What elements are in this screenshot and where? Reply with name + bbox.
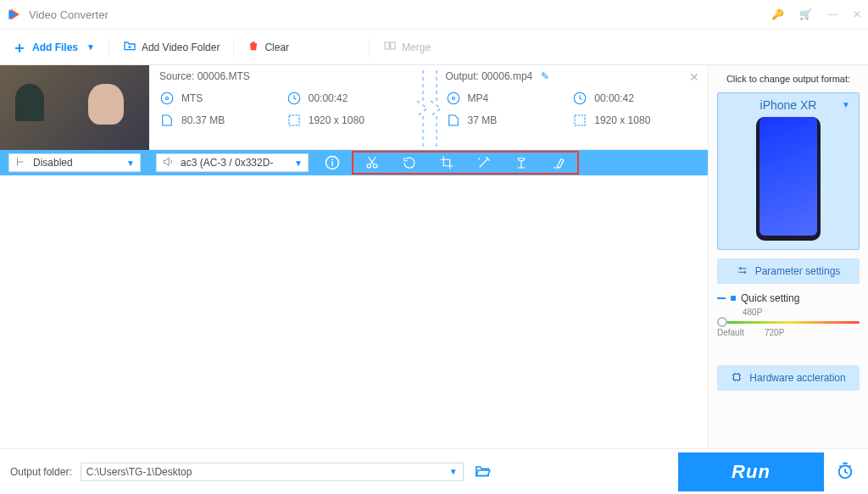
cut-button[interactable] <box>353 153 391 173</box>
svg-rect-5 <box>289 115 299 125</box>
add-files-button[interactable]: ＋ Add Files ▼ <box>0 30 107 64</box>
plus-icon: ＋ <box>12 37 27 58</box>
remove-file-button[interactable]: ✕ <box>689 70 699 84</box>
quick-setting-label: Quick setting <box>741 292 799 304</box>
output-folder-value: C:\Users\TG-1\Desktop <box>86 466 192 478</box>
sliders-icon <box>737 264 748 279</box>
add-video-folder-button[interactable]: Add Video Folder <box>111 30 232 64</box>
rotate-button[interactable] <box>391 153 428 173</box>
file-list-area: ✕ Source: 00006.MTS MTS 00:00:42 80.37 M… <box>0 65 709 448</box>
audio-track-dropdown[interactable]: ac3 (AC-3 / 0x332D- ▼ <box>156 153 309 172</box>
subtitle-dropdown[interactable]: Disabled ▼ <box>8 153 141 172</box>
file-icon <box>446 113 461 128</box>
svg-point-3 <box>166 97 169 100</box>
src-dimensions: 1920 x 1080 <box>309 114 364 126</box>
convert-arrow <box>414 70 446 146</box>
edit-tools-group <box>352 151 579 175</box>
out-duration: 00:00:42 <box>594 92 634 104</box>
hardware-acceleration-button[interactable]: Hardware accleration <box>717 365 860 391</box>
folder-plus-icon <box>123 39 136 55</box>
svg-rect-0 <box>385 42 389 49</box>
svg-rect-1 <box>391 42 395 49</box>
audio-value: ac3 (AC-3 / 0x332D- <box>181 157 273 169</box>
run-label: Run <box>732 461 771 483</box>
output-folder-dropdown[interactable]: C:\Users\TG-1\Desktop ▼ <box>81 463 464 481</box>
slider-knob[interactable] <box>717 317 727 327</box>
hw-accel-label: Hardware accleration <box>749 372 845 384</box>
main-toolbar: ＋ Add Files ▼ Add Video Folder Clear Mer… <box>0 30 868 65</box>
edit-output-name-button[interactable]: ✎ <box>541 70 549 82</box>
slider-tick-720p: 720P <box>765 328 784 337</box>
file-icon <box>159 113 175 128</box>
phone-preview-icon <box>756 117 821 241</box>
clear-label: Clear <box>264 42 289 53</box>
chip-icon <box>731 371 743 386</box>
chevron-down-icon: ▼ <box>294 158 303 168</box>
quick-setting-group: Quick setting 480P Default 720P <box>717 292 860 340</box>
svg-rect-19 <box>734 374 740 380</box>
effects-button[interactable] <box>465 153 503 173</box>
chevron-down-icon: ▼ <box>126 158 135 168</box>
app-logo-icon <box>7 7 22 22</box>
merge-label: Merge <box>402 42 431 53</box>
out-size: 37 MB <box>468 114 498 126</box>
crop-button[interactable] <box>428 153 465 173</box>
output-header: Output: 00006.mp4 <box>446 70 533 82</box>
chevron-down-icon: ▼ <box>842 100 850 109</box>
subtitle-value: Disabled <box>33 157 73 169</box>
watermark-button[interactable] <box>503 153 540 173</box>
src-format: MTS <box>181 92 203 104</box>
out-dimensions: 1920 x 1080 <box>594 114 650 126</box>
minimize-button[interactable]: ― <box>827 8 837 20</box>
dimensions-icon <box>287 113 302 128</box>
open-output-folder-button[interactable] <box>474 463 491 480</box>
footer: Output folder: C:\Users\TG-1\Desktop ▼ R… <box>0 448 868 494</box>
window-title: Video Converter <box>29 8 771 21</box>
subtitle-icon <box>14 156 26 170</box>
merge-button[interactable]: Merge <box>371 30 442 64</box>
source-header: Source: 00006.MTS <box>159 70 414 82</box>
slider-tick-default: Default <box>717 328 744 337</box>
output-panel: Click to change output format: iPhone XR… <box>709 65 868 448</box>
video-thumbnail[interactable] <box>0 65 149 150</box>
out-format: MP4 <box>468 92 489 104</box>
file-row[interactable]: ✕ Source: 00006.MTS MTS 00:00:42 80.37 M… <box>0 65 708 150</box>
run-button[interactable]: Run <box>678 452 824 491</box>
change-format-label: Click to change output format: <box>717 74 860 84</box>
close-window-button[interactable]: ✕ <box>853 8 861 20</box>
add-folder-label: Add Video Folder <box>142 42 220 53</box>
disc-icon <box>159 91 175 106</box>
clock-icon <box>572 91 587 106</box>
add-files-label: Add Files <box>32 42 78 53</box>
slider-tick-480p: 480P <box>743 308 762 317</box>
src-duration: 00:00:42 <box>309 92 348 104</box>
svg-rect-16 <box>331 159 333 161</box>
speaker-icon <box>162 156 174 170</box>
output-format-selector[interactable]: iPhone XR▼ <box>717 92 860 250</box>
svg-point-11 <box>452 97 454 100</box>
scheduler-button[interactable] <box>832 461 858 482</box>
svg-rect-15 <box>331 162 333 166</box>
parameter-settings-button[interactable]: Parameter settings <box>717 258 860 284</box>
titlebar: Video Converter 🔑 🛒 ― ✕ <box>0 0 868 30</box>
chevron-down-icon: ▼ <box>449 467 458 476</box>
quality-slider[interactable]: 480P Default 720P <box>717 311 860 340</box>
param-settings-label: Parameter settings <box>755 265 841 277</box>
key-icon[interactable]: 🔑 <box>771 8 784 20</box>
info-button[interactable] <box>325 155 340 170</box>
clear-button[interactable]: Clear <box>236 30 301 64</box>
cart-icon[interactable]: 🛒 <box>799 8 812 20</box>
dimensions-icon <box>572 113 587 128</box>
trash-icon <box>248 40 259 54</box>
clock-icon <box>287 91 302 106</box>
svg-point-2 <box>161 92 173 104</box>
svg-point-10 <box>448 92 459 104</box>
src-size: 80.37 MB <box>181 114 225 126</box>
device-name: iPhone XR <box>760 98 817 112</box>
output-folder-label: Output folder: <box>10 466 72 478</box>
merge-icon <box>383 39 397 55</box>
svg-rect-13 <box>575 115 585 125</box>
disc-icon <box>446 91 461 106</box>
track-options-strip: Disabled ▼ ac3 (AC-3 / 0x332D- ▼ <box>0 150 708 175</box>
subtitle-edit-button[interactable] <box>540 153 577 173</box>
